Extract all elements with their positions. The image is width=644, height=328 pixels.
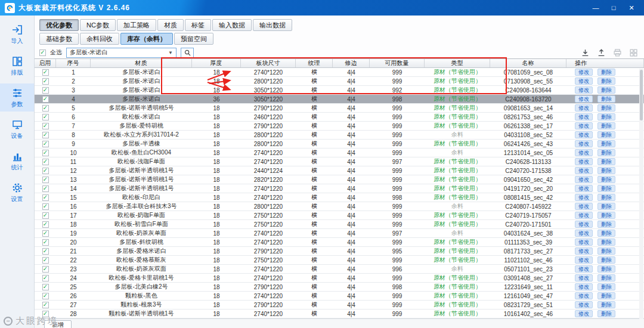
subtab-库存（余料）[interactable]: 库存（余料） (120, 33, 173, 45)
tab-标签[interactable]: 标签 (185, 19, 211, 31)
edit-button[interactable]: 修改 (575, 167, 593, 174)
subtab-基础参数[interactable]: 基础参数 (39, 33, 79, 45)
delete-button[interactable]: 删除 (597, 176, 615, 183)
delete-button[interactable]: 删除 (597, 194, 615, 201)
sidebar-item-stats[interactable]: 统计 (0, 147, 34, 175)
tab-材质[interactable]: 材质 (157, 19, 184, 31)
table-row[interactable]: ✓21多层板-爱格米诺白182790*1220横4|4995原材（节省使用）08… (35, 247, 644, 256)
delete-button[interactable]: 删除 (597, 149, 615, 156)
delete-button[interactable]: 删除 (597, 131, 615, 138)
edit-button[interactable]: 修改 (575, 310, 593, 317)
row-checkbox[interactable]: ✓ (42, 257, 49, 264)
table-row[interactable]: ✓5多层板-诺斯半透明桃5号182790*1220横4|4999原材（节省使用）… (35, 104, 644, 113)
delete-button[interactable]: 删除 (597, 167, 615, 174)
row-checkbox[interactable]: ✓ (42, 168, 49, 174)
delete-button[interactable]: 删除 (597, 283, 615, 290)
tab-优化参数[interactable]: 优化参数 (39, 19, 79, 31)
table-row[interactable]: ✓6欧松板-米诺白182460*1220横4|4999原材（节省使用）08261… (35, 113, 644, 122)
row-checkbox[interactable]: ✓ (42, 203, 49, 210)
table-row[interactable]: ✓3多层板-米诺白183050*1220横4|4992原材（节省使用）C2409… (35, 86, 644, 95)
table-row[interactable]: ✓7多层板-爱特胡桃182790*1220横4|4999原材（节省使用）0626… (35, 122, 644, 131)
edit-button[interactable]: 修改 (575, 194, 593, 201)
edit-button[interactable]: 修改 (575, 113, 593, 120)
edit-button[interactable]: 修改 (575, 149, 593, 156)
table-row[interactable]: ✓11欧松板-浅咖F单面182740*1220横4|4997原材（节省使用）C2… (35, 157, 644, 166)
sidebar-item-settings[interactable]: 设置 (0, 178, 34, 206)
delete-button[interactable]: 删除 (597, 247, 615, 255)
edit-button[interactable]: 修改 (575, 185, 593, 192)
select-all-checkbox[interactable]: ✓ (39, 49, 46, 56)
delete-button[interactable]: 删除 (597, 185, 615, 192)
edit-button[interactable]: 修改 (575, 131, 593, 138)
delete-button[interactable]: 删除 (597, 301, 615, 308)
edit-button[interactable]: 修改 (575, 212, 593, 219)
add-button[interactable]: 新增 (44, 320, 72, 328)
delete-button[interactable]: 删除 (597, 265, 615, 273)
edit-button[interactable]: 修改 (575, 95, 593, 103)
table-row[interactable]: ✓23欧松板-奶茶灰双面182740*1220横4|4996余料05071101… (35, 265, 644, 274)
delete-button[interactable]: 删除 (597, 256, 615, 264)
search-button[interactable] (181, 48, 194, 58)
row-checkbox[interactable]: ✓ (42, 275, 49, 281)
row-checkbox[interactable]: ✓ (42, 78, 49, 85)
delete-button[interactable]: 删除 (597, 86, 615, 94)
table-row[interactable]: ✓25多层板-北美白橡2号182790*1220横4|4998原材（节省使用）1… (35, 283, 644, 292)
row-checkbox[interactable]: ✓ (42, 132, 49, 138)
row-checkbox[interactable]: ✓ (42, 239, 49, 246)
row-checkbox[interactable]: ✓ (42, 105, 49, 112)
table-row[interactable]: ✓17欧松板-奶咖F单面182750*1220横4|4999原材（节省使用）C2… (35, 211, 644, 220)
delete-button[interactable]: 删除 (597, 239, 615, 246)
sidebar-item-layout[interactable]: 排版 (0, 52, 34, 80)
maximize-button[interactable]: □ (609, 4, 618, 12)
edit-button[interactable]: 修改 (575, 122, 593, 129)
table-row[interactable]: ✓12多层板-诺斯半透明桃1号182440*1224横4|4999原材（节省使用… (35, 166, 644, 175)
table-row[interactable]: ✓20多层板-斜纹胡桃182740*1220横4|4999原材（节省使用）011… (35, 238, 644, 247)
row-checkbox[interactable]: ✓ (42, 221, 49, 228)
edit-button[interactable]: 修改 (575, 292, 593, 299)
edit-button[interactable]: 修改 (575, 256, 593, 264)
vertical-scrollbar[interactable] (639, 69, 643, 319)
delete-button[interactable]: 删除 (597, 69, 615, 76)
delete-button[interactable]: 删除 (597, 104, 615, 112)
sidebar-item-import[interactable]: 导入 (0, 20, 34, 48)
row-checkbox[interactable]: ✓ (42, 96, 49, 103)
table-row[interactable]: ✓2多层板-米诺白182800*1220横4|4999原材（节省使用）07130… (35, 77, 644, 86)
edit-button[interactable]: 修改 (575, 265, 593, 273)
material-filter-dropdown[interactable]: 多层板-米诺白 ▼ (66, 48, 177, 58)
table-row[interactable]: ✓13多层板-诺斯半透明桃1号182820*1220横4|4999原材（节省使用… (35, 175, 644, 184)
edit-button[interactable]: 修改 (575, 158, 593, 165)
table-row[interactable]: ✓1多层板-米诺白182740*1220横4|4999原材（节省使用）07081… (35, 68, 644, 77)
grid-icon[interactable] (629, 48, 638, 57)
row-checkbox[interactable]: ✓ (42, 114, 49, 120)
table-row[interactable]: ✓22欧松板-爱格慕斯灰182750*1220横4|4999原材（节省使用）11… (35, 256, 644, 265)
tab-输入数据[interactable]: 输入数据 (212, 19, 252, 31)
table-row[interactable]: ✓26颗粒板-黑色182740*1220横4|4999原材（节省使用）12161… (35, 292, 644, 301)
table-row[interactable]: ✓24欧松板-爱格卡里胡桃1号182740*1220横4|4999原材（节省使用… (35, 274, 644, 283)
row-checkbox[interactable]: ✓ (42, 302, 49, 308)
minimize-button[interactable]: — (592, 4, 600, 12)
table-row[interactable]: ✓19欧松板-奶茶灰单面182740*1220横4|4997余料04031624… (35, 229, 644, 238)
close-button[interactable]: ✕ (627, 4, 636, 12)
row-checkbox[interactable]: ✓ (42, 230, 49, 237)
edit-button[interactable]: 修改 (575, 104, 593, 112)
export-icon[interactable] (581, 48, 590, 57)
row-checkbox[interactable]: ✓ (42, 87, 49, 94)
edit-button[interactable]: 修改 (575, 78, 593, 85)
row-checkbox[interactable]: ✓ (42, 266, 49, 273)
subtab-预留空间[interactable]: 预留空间 (174, 33, 213, 45)
row-checkbox[interactable]: ✓ (42, 69, 49, 76)
table-row[interactable]: ✓8欧松板-水立方系列317014-2182800*1220横4|4999余料0… (35, 131, 644, 140)
edit-button[interactable]: 修改 (575, 247, 593, 255)
delete-button[interactable]: 删除 (597, 292, 615, 299)
row-checkbox[interactable]: ✓ (42, 150, 49, 156)
row-checkbox[interactable]: ✓ (42, 194, 49, 201)
row-checkbox[interactable]: ✓ (42, 141, 49, 147)
table-row[interactable]: ✓10欧松板-鱼肚白CH3004182740*1220横4|4999余料1213… (35, 148, 644, 157)
table-row[interactable]: ✓4多层板-米诺白363050*1220横4|4998原材（节省使用）C2409… (35, 95, 644, 104)
table-row[interactable]: ✓14多层板-诺斯半透明桃1号182740*1220横4|4999原材（节省使用… (35, 184, 644, 193)
delete-button[interactable]: 删除 (597, 310, 615, 317)
edit-button[interactable]: 修改 (575, 274, 593, 281)
delete-button[interactable]: 删除 (597, 203, 615, 210)
print-icon[interactable] (613, 48, 622, 57)
row-checkbox[interactable]: ✓ (42, 177, 49, 183)
